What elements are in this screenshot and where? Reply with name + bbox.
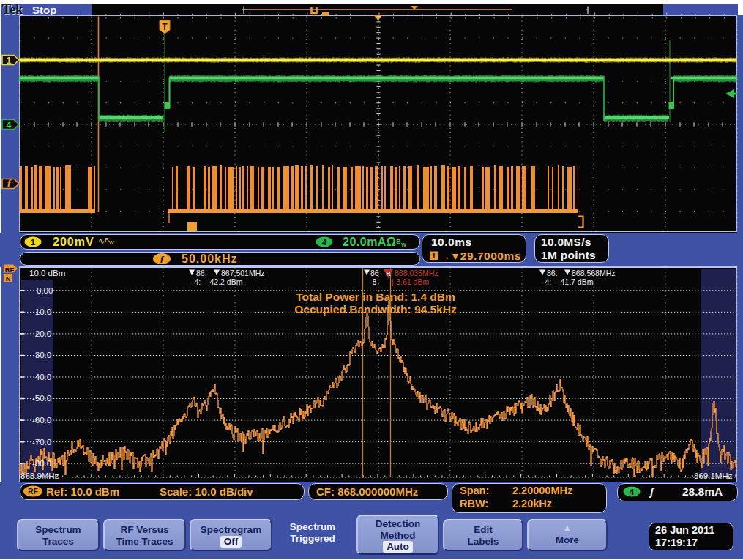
svg-text:T: T: [432, 252, 436, 260]
svg-text:4: 4: [322, 238, 327, 247]
svg-text:1: 1: [31, 238, 36, 247]
svg-text:4: 4: [630, 488, 635, 496]
svg-text:RF: RF: [28, 487, 39, 496]
